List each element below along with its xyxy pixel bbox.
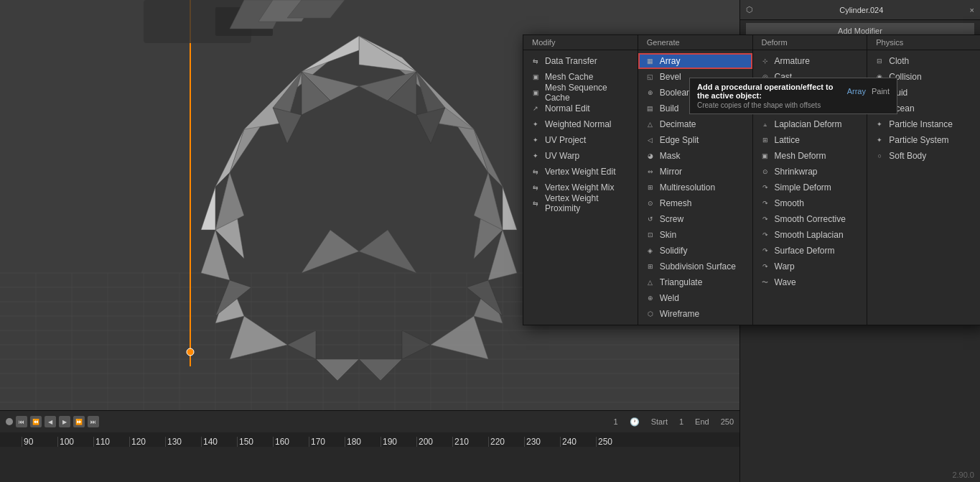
jump-end-button[interactable]: ⏭: [88, 416, 99, 427]
mesh-sequence-cache-icon: ▣: [531, 88, 541, 98]
menu-item-boolean[interactable]: ⊕ Boolean: [638, 85, 752, 101]
menu-item-mesh-sequence-cache[interactable]: ▣ Mesh Sequence Cache: [523, 85, 638, 101]
ruler-mark: 120: [129, 437, 165, 447]
menu-item-solidify[interactable]: ◈ Solidify: [638, 243, 752, 259]
menu-item-label: Solidify: [660, 246, 688, 256]
menu-item-label: Boolean: [660, 88, 691, 98]
menu-item-normal-edit[interactable]: ↗ Normal Edit: [523, 101, 638, 116]
play-button[interactable]: ▶: [59, 416, 70, 427]
modifier-menu: Modify Generate Deform Physics ⇆ Data Tr…: [523, 34, 980, 325]
mesh-deform-icon: ▣: [760, 151, 770, 161]
cast-icon: ◎: [760, 72, 770, 82]
menu-item-label: Weighted Normal: [545, 119, 611, 129]
menu-header-row: Modify Generate Deform Physics: [523, 35, 980, 50]
menu-item-simple-deform[interactable]: ↷ Simple Deform: [753, 180, 867, 195]
menu-item-particle-instance[interactable]: ✦ Particle Instance: [867, 116, 980, 132]
menu-item-screw[interactable]: ↺ Screw: [638, 211, 752, 227]
menu-item-label: Particle Instance: [889, 119, 953, 129]
smooth-laplacian-icon: ↷: [760, 230, 770, 240]
menu-item-label: Collision: [889, 72, 921, 82]
menu-item-weighted-normal[interactable]: ✦ Weighted Normal: [523, 116, 638, 132]
menu-item-remesh[interactable]: ⊙ Remesh: [638, 195, 752, 211]
fluid-icon: 💧: [874, 88, 885, 98]
ruler-mark: 90: [22, 437, 57, 447]
version-info: 2.90.0: [952, 471, 974, 479]
menu-item-smooth-corrective[interactable]: ↷ Smooth Corrective: [753, 211, 867, 227]
menu-item-smooth[interactable]: ↷ Smooth: [753, 195, 867, 211]
step-back-button[interactable]: ⏪: [30, 416, 42, 427]
menu-item-triangulate[interactable]: △ Triangulate: [638, 274, 752, 290]
menu-item-label: Normal Edit: [545, 103, 590, 113]
menu-item-data-transfer[interactable]: ⇆ Data Transfer: [523, 53, 638, 69]
start-value: 1: [679, 417, 683, 426]
wireframe-icon: ⬡: [645, 309, 655, 319]
menu-item-mirror[interactable]: ⇔ Mirror: [638, 164, 752, 180]
menu-item-label: Mesh Cache: [545, 72, 593, 82]
build-icon: ▤: [645, 103, 655, 113]
uv-warp-icon: ✦: [531, 151, 541, 161]
menu-item-weld[interactable]: ⊕ Weld: [638, 290, 752, 306]
timeline-track[interactable]: [0, 447, 739, 482]
menu-item-array[interactable]: ▦ Array: [638, 53, 752, 69]
menu-item-mask[interactable]: ◕ Mask: [638, 148, 752, 164]
menu-item-armature[interactable]: ⊹ Armature: [753, 53, 867, 69]
menu-item-wireframe[interactable]: ⬡ Wireframe: [638, 306, 752, 322]
menu-item-label: Wave: [775, 277, 796, 287]
mirror-icon: ⇔: [645, 167, 655, 177]
menu-item-label: Smooth Corrective: [775, 214, 846, 224]
start-label: Start: [651, 417, 668, 426]
shrinkwrap-icon: ⊙: [760, 167, 770, 177]
menu-item-mesh-deform[interactable]: ▣ Mesh Deform: [753, 148, 867, 164]
menu-item-lattice[interactable]: ⊞ Lattice: [753, 132, 867, 148]
menu-item-collision[interactable]: ◉ Collision: [753, 85, 867, 101]
menu-item-label: Mesh Sequence Cache: [545, 83, 630, 103]
menu-item-shrinkwrap[interactable]: ⊙ Shrinkwrap: [753, 164, 867, 180]
menu-item-label: UV Warp: [545, 151, 579, 161]
menu-item-uv-warp[interactable]: ✦ UV Warp: [523, 148, 638, 164]
menu-item-warp[interactable]: ↷ Warp: [753, 259, 867, 274]
jump-start-button[interactable]: ⏮: [16, 416, 27, 427]
menu-item-decimate[interactable]: △ Decimate: [638, 116, 752, 132]
remesh-icon: ⊙: [645, 198, 655, 208]
subdivision-icon: ⊞: [645, 261, 655, 272]
close-button[interactable]: ×: [970, 6, 974, 14]
menu-item-hook[interactable]: ⚓ Hook: [753, 101, 867, 116]
menu-item-uv-project[interactable]: ✦ UV Project: [523, 132, 638, 148]
menu-item-cast[interactable]: ◎ Cast: [753, 69, 867, 85]
menu-item-label: Smooth Laplacian: [775, 230, 844, 240]
menu-item-laplacian-deform[interactable]: ⟁ Laplacian Deform: [753, 116, 867, 132]
menu-item-vertex-weight-edit[interactable]: ⇆ Vertex Weight Edit: [523, 164, 638, 180]
play-reverse-button[interactable]: ◀: [45, 416, 56, 427]
menu-item-build[interactable]: ▤ Build: [638, 101, 752, 116]
menu-item-multiresolution[interactable]: ⊞ Multiresolution: [638, 180, 752, 195]
col-header-deform: Deform: [753, 35, 868, 50]
menu-item-particle-system[interactable]: ✦ Particle System: [867, 132, 980, 148]
panel-header: ⬡ Cylinder.024 ×: [740, 0, 980, 20]
menu-item-label: Weld: [660, 293, 679, 303]
menu-item-skin[interactable]: ⊡ Skin: [638, 227, 752, 243]
menu-item-soft-body[interactable]: ○ Soft Body: [867, 148, 980, 164]
physics-column: ⊟ Cloth ◉ Collision 💧 Fluid 〜 Ocean ✦ Pa…: [867, 50, 980, 325]
menu-item-surface-deform[interactable]: ↷ Surface Deform: [753, 243, 867, 259]
menu-item-label: Decimate: [660, 119, 696, 129]
menu-item-smooth-laplacian[interactable]: ↷ Smooth Laplacian: [753, 227, 867, 243]
menu-item-edge-split[interactable]: ◁ Edge Split: [638, 132, 752, 148]
menu-item-label: Simple Deform: [775, 182, 831, 193]
menu-item-label: Vertex Weight Mix: [545, 182, 614, 193]
menu-item-label: Remesh: [660, 198, 692, 208]
object-name-label: Cylinder.024: [753, 6, 970, 14]
menu-item-cloth[interactable]: ⊟ Cloth: [867, 53, 980, 69]
skin-icon: ⊡: [645, 230, 655, 240]
triangulate-icon: △: [645, 277, 655, 287]
menu-item-vertex-weight-proximity[interactable]: ⇆ Vertex Weight Proximity: [523, 195, 638, 211]
ruler-mark: 190: [381, 437, 416, 447]
step-forward-button[interactable]: ⏩: [73, 416, 85, 427]
vw-mix-icon: ⇆: [531, 182, 541, 193]
menu-item-ocean[interactable]: 〜 Ocean: [867, 101, 980, 116]
menu-item-wave[interactable]: 〜 Wave: [753, 274, 867, 290]
menu-item-collision2[interactable]: ◉ Collision: [867, 69, 980, 85]
menu-item-subdivision-surface[interactable]: ⊞ Subdivision Surface: [638, 259, 752, 274]
menu-item-bevel[interactable]: ◱ Bevel: [638, 69, 752, 85]
menu-item-fluid[interactable]: 💧 Fluid: [867, 85, 980, 101]
menu-item-label: Build: [660, 103, 679, 113]
